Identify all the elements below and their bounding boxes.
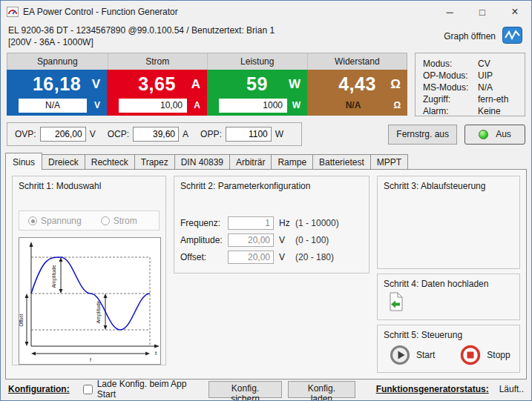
start-icon	[390, 345, 410, 365]
tab-sinus[interactable]: Sinus	[5, 153, 42, 170]
zugriff-value: fern-eth	[478, 95, 508, 105]
output-power-button[interactable]: Aus	[464, 125, 525, 145]
window-title: EA Power Control - Function Generator	[23, 7, 178, 17]
load-config-button[interactable]: Konfig. laden	[288, 381, 355, 398]
power-setpoint-input[interactable]	[219, 99, 287, 113]
voltage-mode-label: Spannung	[41, 216, 82, 226]
offset-label: Offset	[19, 314, 24, 326]
step3-title: Schritt 3: Ablaufsteuerung	[384, 181, 513, 191]
tab-rampe[interactable]: Rampe	[271, 154, 313, 169]
device-header: EL 9200-36 DT - 1234567890 @99.0.100.54 …	[1, 23, 531, 51]
tab-rechteck[interactable]: Rechteck	[85, 154, 135, 169]
amplitude-unit: V	[279, 235, 295, 245]
voltage-setpoint-unit: V	[94, 100, 100, 110]
save-config-button[interactable]: Konfig. sichern	[208, 381, 282, 398]
current-value: 3,65	[138, 73, 176, 95]
stop-button[interactable]: Stopp	[460, 345, 510, 365]
frequency-label: Frequenz:	[180, 218, 228, 228]
frequency-input[interactable]	[228, 216, 274, 230]
fg-status-link[interactable]: Funktionsgeneratorstatus:	[376, 384, 489, 394]
step4-title: Schritt 4: Daten hochladen	[384, 279, 513, 289]
measurement-section: Spannung Strom Leistung Widerstand 16,18…	[7, 53, 407, 116]
resistance-value: 4,43	[338, 73, 376, 95]
current-mode-radio[interactable]: Strom	[101, 216, 137, 226]
step2-group: Schritt 2: Parameterkonfiguration Freque…	[174, 176, 370, 274]
graph-open-button[interactable]: Graph öffnen	[444, 24, 524, 48]
minimize-button[interactable]: ─	[433, 1, 466, 23]
step2-title: Schritt 2: Parameterkonfiguration	[180, 181, 363, 191]
current-setpoint-unit: A	[194, 100, 200, 110]
titlebar: EA Power Control - Function Generator ─ …	[1, 1, 531, 23]
step1-title: Schritt 1: Moduswahl	[19, 181, 160, 191]
offset-unit: V	[279, 252, 295, 262]
ocp-label: OCP:	[108, 129, 129, 139]
voltage-mode-radio-dot	[28, 216, 37, 225]
start-label: Start	[416, 350, 435, 360]
modus-label: Modus:	[423, 59, 478, 69]
time-axis-label: t	[155, 350, 157, 357]
app-window: EA Power Control - Function Generator ─ …	[0, 0, 532, 401]
resistance-setpoint-value: N/A	[319, 100, 387, 110]
power-column: 59 W W	[207, 70, 307, 116]
ovp-input[interactable]	[40, 127, 86, 142]
status-row-ms-modus: MS-Modus: N/A	[423, 83, 517, 93]
amplitude-label-upper: Amplitude	[51, 265, 57, 288]
opp-label: OPP:	[200, 129, 222, 139]
ms-modus-value: N/A	[478, 83, 493, 93]
start-button[interactable]: Start	[390, 345, 435, 365]
amplitude-input[interactable]	[228, 233, 274, 247]
status-row-modus: Modus: CV	[423, 59, 517, 69]
resistance-unit: Ω	[390, 77, 401, 92]
amplitude-label: Amplitude:	[180, 235, 228, 245]
footer-bar: Konfiguration: Lade Konfig. beim App Sta…	[1, 380, 531, 400]
maximize-button[interactable]: □	[466, 1, 499, 23]
offset-range: (20 - 180)	[295, 252, 334, 262]
ovp-unit: V	[90, 129, 96, 139]
voltage-unit: V	[92, 77, 100, 92]
step4-group: Schritt 4: Daten hochladen	[377, 274, 520, 320]
frequency-row: Frequenz: Hz (1 - 10000)	[180, 215, 363, 231]
current-mode-radio-dot	[101, 216, 110, 225]
amplitude-row: Amplitude: V (0 - 100)	[180, 232, 363, 248]
alarm-label: Alarm:	[423, 107, 478, 116]
autoload-config-checkbox[interactable]	[83, 385, 93, 394]
voltage-mode-radio[interactable]: Spannung	[28, 216, 82, 226]
tab-arbitraer[interactable]: Arbiträr	[229, 154, 272, 169]
autoload-config-label: Lade Konfig. beim App Start	[97, 379, 198, 400]
device-info-line1: EL 9200-36 DT - 1234567890 @99.0.100.54 …	[8, 24, 275, 36]
modus-value: CV	[478, 59, 490, 69]
resistance-setpoint-unit: Ω	[393, 100, 401, 110]
app-icon	[7, 6, 19, 18]
tab-dreieck[interactable]: Dreieck	[42, 154, 85, 169]
opp-unit: W	[275, 129, 283, 139]
power-setpoint-unit: W	[292, 100, 301, 110]
graph-open-label: Graph öffnen	[444, 31, 496, 42]
frequency-unit: Hz	[279, 218, 295, 228]
voltage-value: 16,18	[33, 73, 81, 95]
config-link[interactable]: Konfiguration:	[8, 384, 70, 394]
device-status-panel: Modus: CV OP-Modus: UIP MS-Modus: N/A Zu…	[415, 53, 525, 116]
current-setpoint-input[interactable]	[119, 99, 187, 113]
alarm-value: Keine	[478, 107, 501, 116]
fg-status-value: Läuft..	[499, 384, 524, 394]
power-unit: W	[289, 77, 301, 92]
upload-file-button[interactable]	[388, 292, 404, 314]
offset-label: Offset:	[180, 252, 228, 262]
offset-row: Offset: V (20 - 180)	[180, 249, 363, 265]
status-row-alarm: Alarm: Keine	[423, 107, 517, 116]
current-mode-label: Strom	[114, 216, 137, 226]
power-led-indicator	[479, 130, 488, 139]
close-button[interactable]: ×	[499, 1, 531, 23]
tab-trapez[interactable]: Trapez	[134, 154, 175, 169]
tab-din40839[interactable]: DIN 40839	[174, 154, 230, 169]
voltage-setpoint-input[interactable]	[19, 99, 87, 113]
ocp-input[interactable]	[133, 127, 179, 142]
opp-input[interactable]	[226, 127, 272, 142]
tab-batterietest[interactable]: Batterietest	[312, 154, 371, 169]
op-modus-value: UIP	[478, 71, 493, 81]
tab-mppt[interactable]: MPPT	[370, 154, 408, 169]
offset-input[interactable]	[228, 251, 274, 264]
remote-control-button[interactable]: Fernstrg. aus	[388, 125, 457, 145]
resistance-column: 4,43 Ω N/A Ω	[307, 70, 407, 116]
output-power-label: Aus	[496, 129, 511, 139]
